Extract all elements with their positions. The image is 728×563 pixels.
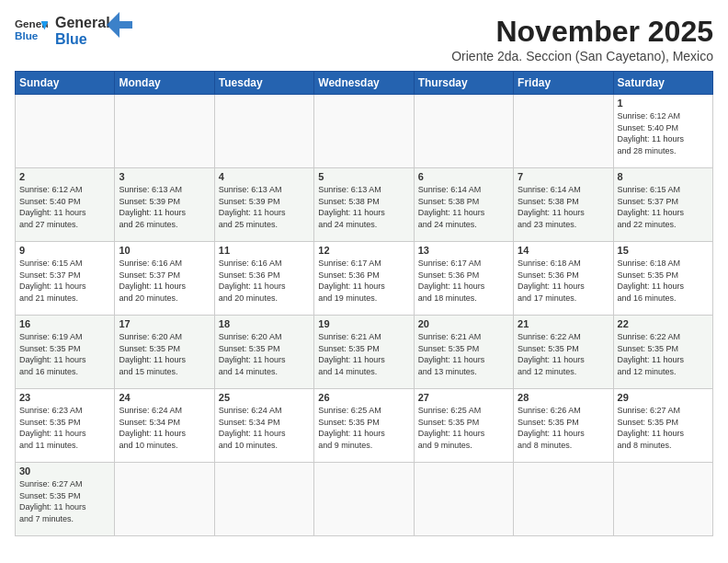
day-info: Sunrise: 6:20 AM Sunset: 5:35 PM Dayligh… <box>119 331 210 377</box>
day-number: 7 <box>518 171 609 182</box>
calendar-day-cell: 10Sunrise: 6:16 AM Sunset: 5:37 PM Dayli… <box>115 242 214 316</box>
calendar-day-header: Tuesday <box>214 72 313 95</box>
day-info: Sunrise: 6:13 AM Sunset: 5:39 PM Dayligh… <box>119 184 210 230</box>
calendar-day-cell: 28Sunrise: 6:26 AM Sunset: 5:35 PM Dayli… <box>514 389 613 463</box>
calendar-day-cell: 7Sunrise: 6:14 AM Sunset: 5:38 PM Daylig… <box>514 168 613 242</box>
calendar-week-row: 2Sunrise: 6:12 AM Sunset: 5:40 PM Daylig… <box>16 168 713 242</box>
logo: General Blue General Blue <box>15 15 132 48</box>
day-info: Sunrise: 6:20 AM Sunset: 5:35 PM Dayligh… <box>219 331 310 377</box>
calendar-week-row: 9Sunrise: 6:15 AM Sunset: 5:37 PM Daylig… <box>16 242 713 316</box>
calendar-day-cell <box>314 95 414 168</box>
day-info: Sunrise: 6:16 AM Sunset: 5:36 PM Dayligh… <box>219 258 310 304</box>
day-number: 6 <box>418 171 509 182</box>
calendar-day-cell <box>613 463 712 536</box>
calendar-day-cell: 30Sunrise: 6:27 AM Sunset: 5:35 PM Dayli… <box>16 463 115 536</box>
calendar-week-row: 23Sunrise: 6:23 AM Sunset: 5:35 PM Dayli… <box>16 389 713 463</box>
day-info: Sunrise: 6:17 AM Sunset: 5:36 PM Dayligh… <box>318 258 409 304</box>
calendar-week-row: 16Sunrise: 6:19 AM Sunset: 5:35 PM Dayli… <box>16 316 713 389</box>
day-number: 3 <box>119 171 210 182</box>
calendar-day-header: Monday <box>115 72 214 95</box>
day-info: Sunrise: 6:15 AM Sunset: 5:37 PM Dayligh… <box>618 184 709 230</box>
calendar-week-row: 1Sunrise: 6:12 AM Sunset: 5:40 PM Daylig… <box>16 95 713 168</box>
day-number: 11 <box>219 245 310 256</box>
day-info: Sunrise: 6:24 AM Sunset: 5:34 PM Dayligh… <box>219 405 310 451</box>
calendar-day-cell: 16Sunrise: 6:19 AM Sunset: 5:35 PM Dayli… <box>16 316 115 389</box>
calendar-day-cell <box>514 95 613 168</box>
calendar-day-cell: 21Sunrise: 6:22 AM Sunset: 5:35 PM Dayli… <box>514 316 613 389</box>
calendar-day-cell: 9Sunrise: 6:15 AM Sunset: 5:37 PM Daylig… <box>16 242 115 316</box>
calendar-header-row: SundayMondayTuesdayWednesdayThursdayFrid… <box>16 72 713 95</box>
day-number: 24 <box>119 392 210 403</box>
day-number: 16 <box>19 318 110 329</box>
day-number: 15 <box>618 245 709 256</box>
calendar-day-cell <box>115 463 214 536</box>
day-number: 5 <box>318 171 409 182</box>
calendar-day-cell <box>214 95 313 168</box>
calendar-day-cell: 23Sunrise: 6:23 AM Sunset: 5:35 PM Dayli… <box>16 389 115 463</box>
day-info: Sunrise: 6:24 AM Sunset: 5:34 PM Dayligh… <box>119 405 210 451</box>
day-info: Sunrise: 6:21 AM Sunset: 5:35 PM Dayligh… <box>318 331 409 377</box>
day-info: Sunrise: 6:27 AM Sunset: 5:35 PM Dayligh… <box>19 478 110 524</box>
logo-icon: General Blue <box>15 15 48 48</box>
calendar-day-cell <box>16 95 115 168</box>
title-block: November 2025 Oriente 2da. Seccion (San … <box>451 15 713 63</box>
day-info: Sunrise: 6:14 AM Sunset: 5:38 PM Dayligh… <box>418 184 509 230</box>
day-info: Sunrise: 6:17 AM Sunset: 5:36 PM Dayligh… <box>418 258 509 304</box>
day-number: 23 <box>19 392 110 403</box>
calendar-day-header: Saturday <box>613 72 712 95</box>
day-number: 2 <box>19 171 110 182</box>
calendar-day-cell: 6Sunrise: 6:14 AM Sunset: 5:38 PM Daylig… <box>414 168 513 242</box>
day-number: 17 <box>119 318 210 329</box>
calendar-day-cell: 8Sunrise: 6:15 AM Sunset: 5:37 PM Daylig… <box>613 168 712 242</box>
logo-arrow-icon <box>107 12 132 38</box>
day-info: Sunrise: 6:25 AM Sunset: 5:35 PM Dayligh… <box>418 405 509 451</box>
calendar-day-cell: 17Sunrise: 6:20 AM Sunset: 5:35 PM Dayli… <box>115 316 214 389</box>
calendar-day-cell <box>514 463 613 536</box>
day-info: Sunrise: 6:22 AM Sunset: 5:35 PM Dayligh… <box>518 331 609 377</box>
calendar-day-cell <box>214 463 313 536</box>
day-info: Sunrise: 6:22 AM Sunset: 5:35 PM Dayligh… <box>618 331 709 377</box>
day-number: 14 <box>518 245 609 256</box>
calendar-day-cell: 29Sunrise: 6:27 AM Sunset: 5:35 PM Dayli… <box>613 389 712 463</box>
svg-marker-4 <box>107 12 132 38</box>
calendar-day-header: Friday <box>514 72 613 95</box>
calendar-day-cell <box>414 463 513 536</box>
day-info: Sunrise: 6:13 AM Sunset: 5:39 PM Dayligh… <box>219 184 310 230</box>
calendar-day-cell <box>414 95 513 168</box>
day-number: 8 <box>618 171 709 182</box>
page-header: General Blue General Blue November 2025 … <box>15 15 713 63</box>
day-info: Sunrise: 6:12 AM Sunset: 5:40 PM Dayligh… <box>19 184 110 230</box>
day-info: Sunrise: 6:16 AM Sunset: 5:37 PM Dayligh… <box>119 258 210 304</box>
logo-blue-text: Blue <box>55 31 110 48</box>
logo-general-text: General <box>55 15 110 31</box>
calendar-day-cell: 19Sunrise: 6:21 AM Sunset: 5:35 PM Dayli… <box>314 316 414 389</box>
calendar-day-cell: 11Sunrise: 6:16 AM Sunset: 5:36 PM Dayli… <box>214 242 313 316</box>
day-info: Sunrise: 6:26 AM Sunset: 5:35 PM Dayligh… <box>518 405 609 451</box>
day-info: Sunrise: 6:15 AM Sunset: 5:37 PM Dayligh… <box>19 258 110 304</box>
day-number: 26 <box>318 392 409 403</box>
day-number: 19 <box>318 318 409 329</box>
calendar-day-cell <box>115 95 214 168</box>
calendar-week-row: 30Sunrise: 6:27 AM Sunset: 5:35 PM Dayli… <box>16 463 713 536</box>
calendar-day-header: Wednesday <box>314 72 414 95</box>
calendar-day-cell: 22Sunrise: 6:22 AM Sunset: 5:35 PM Dayli… <box>613 316 712 389</box>
calendar-day-cell: 24Sunrise: 6:24 AM Sunset: 5:34 PM Dayli… <box>115 389 214 463</box>
day-number: 22 <box>618 318 709 329</box>
calendar-day-cell: 3Sunrise: 6:13 AM Sunset: 5:39 PM Daylig… <box>115 168 214 242</box>
day-number: 10 <box>119 245 210 256</box>
calendar-table: SundayMondayTuesdayWednesdayThursdayFrid… <box>15 71 713 536</box>
calendar-day-cell: 5Sunrise: 6:13 AM Sunset: 5:38 PM Daylig… <box>314 168 414 242</box>
day-info: Sunrise: 6:18 AM Sunset: 5:36 PM Dayligh… <box>518 258 609 304</box>
day-info: Sunrise: 6:27 AM Sunset: 5:35 PM Dayligh… <box>618 405 709 451</box>
calendar-day-cell: 14Sunrise: 6:18 AM Sunset: 5:36 PM Dayli… <box>514 242 613 316</box>
day-info: Sunrise: 6:14 AM Sunset: 5:38 PM Dayligh… <box>518 184 609 230</box>
day-info: Sunrise: 6:23 AM Sunset: 5:35 PM Dayligh… <box>19 405 110 451</box>
day-number: 13 <box>418 245 509 256</box>
day-info: Sunrise: 6:18 AM Sunset: 5:35 PM Dayligh… <box>618 258 709 304</box>
day-number: 1 <box>618 98 709 109</box>
day-info: Sunrise: 6:21 AM Sunset: 5:35 PM Dayligh… <box>418 331 509 377</box>
day-number: 28 <box>518 392 609 403</box>
day-number: 9 <box>19 245 110 256</box>
calendar-day-cell: 27Sunrise: 6:25 AM Sunset: 5:35 PM Dayli… <box>414 389 513 463</box>
day-info: Sunrise: 6:12 AM Sunset: 5:40 PM Dayligh… <box>618 110 709 156</box>
